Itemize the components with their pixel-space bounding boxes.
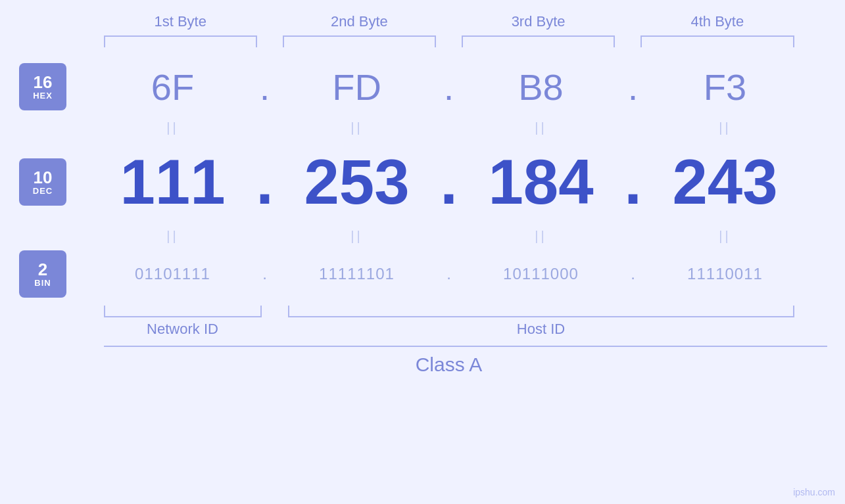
bin-byte4: 11110011 [646, 265, 804, 283]
eq1-byte2: || [278, 120, 436, 135]
bottom-brackets [104, 306, 827, 317]
dec-dot2: . [436, 150, 462, 214]
byte3-bracket-top [462, 35, 615, 47]
dec-badge-container: 10 DEC [0, 158, 85, 206]
equals-row-1: || || || || [85, 120, 845, 135]
dec-byte4: 243 [646, 150, 804, 214]
host-id-label: Host ID [288, 321, 794, 338]
byte2-bracket-top [283, 35, 436, 47]
hex-dot2: . [436, 66, 462, 108]
eq2-byte3: || [462, 229, 620, 244]
byte4-bracket-top [640, 35, 794, 47]
eq2-byte2: || [278, 229, 436, 244]
dec-byte1: 111 [94, 150, 252, 214]
byte1-header: 1st Byte [104, 13, 257, 30]
byte1-bracket-top [104, 35, 257, 47]
hex-byte1: 6F [94, 66, 252, 108]
bin-byte1: 01101111 [94, 265, 252, 283]
bin-dot3: . [620, 265, 646, 283]
dec-row: 111 . 253 . 184 . 243 [85, 150, 845, 214]
eq2-byte4: || [646, 229, 804, 244]
byte3-header: 3rd Byte [462, 13, 615, 30]
byte2-header: 2nd Byte [283, 13, 436, 30]
dec-byte3: 184 [462, 150, 620, 214]
host-bracket [288, 306, 794, 317]
class-label: Class A [416, 354, 483, 375]
hex-row: 6F . FD . B8 . F3 [85, 66, 845, 108]
bin-badge-container: 2 BIN [0, 250, 85, 298]
segment-labels: Network ID Host ID [104, 321, 827, 338]
dec-dot3: . [620, 150, 646, 214]
byte4-header: 4th Byte [640, 13, 794, 30]
main-container: 1st Byte 2nd Byte 3rd Byte 4th Byte 16 H… [0, 0, 845, 504]
network-bracket [104, 306, 262, 317]
hex-badge: 16 HEX [19, 63, 66, 110]
bin-badge: 2 BIN [19, 250, 66, 298]
watermark: ipshu.com [793, 487, 835, 497]
dec-badge: 10 DEC [19, 158, 66, 206]
hex-dot1: . [252, 66, 278, 108]
eq1-byte4: || [646, 120, 804, 135]
dec-dot1: . [252, 150, 278, 214]
bin-byte3: 10111000 [462, 265, 620, 283]
bin-dot2: . [436, 265, 462, 283]
dec-byte2: 253 [278, 150, 436, 214]
class-row: Class A [104, 346, 827, 376]
eq1-byte1: || [94, 120, 252, 135]
network-id-label: Network ID [104, 321, 262, 338]
bin-dot1: . [252, 265, 278, 283]
hex-dot3: . [620, 66, 646, 108]
eq1-byte3: || [462, 120, 620, 135]
eq2-byte1: || [94, 229, 252, 244]
hex-byte3: B8 [462, 66, 620, 108]
hex-badge-container: 16 HEX [0, 63, 85, 110]
bin-byte2: 11111101 [278, 265, 436, 283]
hex-byte4: F3 [646, 66, 804, 108]
hex-byte2: FD [278, 66, 436, 108]
equals-row-2: || || || || [85, 229, 845, 244]
bin-row: 01101111 . 11111101 . 10111000 . 1111001… [85, 265, 845, 283]
